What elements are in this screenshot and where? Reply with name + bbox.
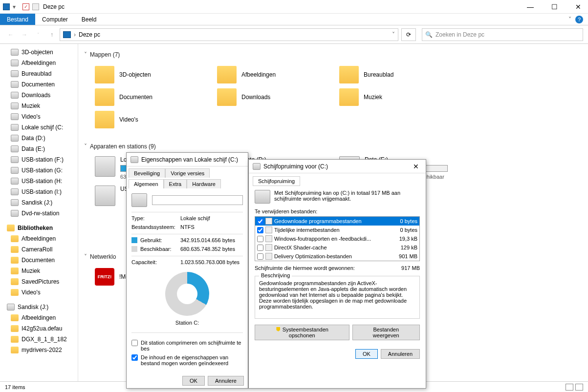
ok-button[interactable]: OK <box>182 376 205 386</box>
tree-item[interactable]: CameraRoll <box>0 244 78 255</box>
tree-item[interactable]: Muziek <box>0 266 78 276</box>
clean-system-button[interactable]: ⛊ Systeembestanden opschonen <box>255 325 349 340</box>
tree-item[interactable]: Afbeeldingen <box>0 233 78 244</box>
tree-item[interactable]: USB-station (G: <box>0 165 78 176</box>
item-icon <box>11 145 19 152</box>
tree-item[interactable]: Documenten <box>0 79 78 90</box>
tree-item[interactable]: I42g52ua.defau <box>0 323 78 334</box>
checkbox-icon[interactable]: ✓ <box>22 3 29 10</box>
folder-item[interactable]: Documenten <box>94 86 216 108</box>
forward-button[interactable]: → <box>19 29 30 41</box>
tree-item[interactable]: Downloads <box>0 90 78 101</box>
properties-dialog: Eigenschappen van Lokale schijf (C:) Bev… <box>126 152 248 389</box>
library-icon <box>7 225 15 231</box>
tree-item[interactable]: USB-station (F:) <box>0 154 78 165</box>
tab-cleanup[interactable]: Schijfopruiming <box>253 176 300 186</box>
qat-dropdown[interactable]: ▾ <box>13 3 20 10</box>
cancel-button[interactable]: Annulere <box>208 376 244 386</box>
item-icon <box>11 81 19 88</box>
view-details-icon[interactable] <box>566 384 573 391</box>
tab-security[interactable]: Beveiliging <box>129 168 165 178</box>
search-box[interactable]: 🔍 Zoeken in Deze pc <box>422 28 583 41</box>
nav-tree[interactable]: 3D-objectenAfbeeldingenBureaubladDocumen… <box>0 44 78 381</box>
up-button[interactable]: ↑ <box>46 29 58 41</box>
tree-sandisk[interactable]: Sandisk (J:) <box>0 302 78 312</box>
item-checkbox[interactable] <box>257 245 263 251</box>
properties-titlebar[interactable]: Eigenschappen van Lokale schijf (C:) <box>127 153 248 166</box>
tree-item[interactable]: Data (E:) <box>0 144 78 154</box>
address-bar[interactable]: › Deze pc ˅ <box>60 28 398 41</box>
folder-icon <box>95 111 114 128</box>
tree-item[interactable]: DGX_8_1_8_182 <box>0 334 78 345</box>
compress-checkbox[interactable] <box>131 340 138 346</box>
drive-icon <box>7 304 15 310</box>
tree-item[interactable]: Documenten <box>0 255 78 266</box>
index-checkbox[interactable] <box>131 354 138 361</box>
tab-extra[interactable]: Extra <box>164 179 187 188</box>
cleanup-list-item[interactable]: Tijdelijke internetbestanden0 bytes <box>255 226 419 234</box>
tab-prev-versions[interactable]: Vorige versies <box>165 168 210 178</box>
tree-libraries[interactable]: Bibliotheken <box>0 223 78 233</box>
folder-item[interactable]: Afbeeldingen <box>216 63 338 86</box>
tab-view[interactable]: Beeld <box>75 14 104 25</box>
cleanup-files-list[interactable]: Gedownloade programmabestanden0 bytesTij… <box>255 216 420 261</box>
tree-item[interactable]: Afbeeldingen <box>0 58 78 68</box>
folder-item[interactable]: Downloads <box>216 86 338 108</box>
group-folders-header[interactable]: ˅ Mappen (7) <box>84 49 582 61</box>
view-icons-icon[interactable] <box>575 384 583 391</box>
cleanup-list-item[interactable]: DirectX Shader-cache129 kB <box>255 243 419 252</box>
close-icon[interactable]: ✕ <box>410 163 422 170</box>
tree-item[interactable]: Sandisk (J:) <box>0 197 78 208</box>
maximize-button[interactable]: ☐ <box>547 3 562 11</box>
tree-item[interactable]: Bureaublad <box>0 68 78 79</box>
tree-item[interactable]: Muziek <box>0 101 78 111</box>
tab-hardware[interactable]: Hardware <box>187 179 221 188</box>
folder-item[interactable]: 3D-objecten <box>94 63 216 86</box>
cleanup-list-item[interactable]: Delivery Optimization-bestanden901 MB <box>255 252 419 261</box>
recent-dropdown[interactable]: ˅ <box>32 29 44 41</box>
item-checkbox[interactable] <box>257 236 263 242</box>
app-icon <box>3 3 10 10</box>
close-button[interactable]: ✕ <box>571 3 585 11</box>
item-icon <box>11 257 19 264</box>
item-checkbox[interactable] <box>257 253 263 260</box>
tree-item[interactable]: Afbeeldingen <box>0 312 78 323</box>
address-dropdown-icon[interactable]: ˅ <box>392 31 395 38</box>
free-color-icon <box>131 246 137 252</box>
tree-item[interactable]: SavedPictures <box>0 276 78 287</box>
back-button[interactable]: ← <box>5 29 17 41</box>
cleanup-titlebar[interactable]: Schijfopruiming voor (C:) ✕ <box>249 160 426 173</box>
tab-general[interactable]: Algemeen <box>129 179 164 188</box>
folder-item[interactable]: Muziek <box>338 86 460 108</box>
ok-button[interactable]: OK <box>355 349 378 359</box>
ribbon-expand-icon[interactable]: ˅ <box>568 16 571 23</box>
drive-icon <box>131 156 138 163</box>
search-icon: 🔍 <box>425 31 433 38</box>
tree-item[interactable]: USB-station (I:) <box>0 186 78 197</box>
tree-item[interactable]: Lokale schijf (C: <box>0 122 78 133</box>
cancel-button[interactable]: Annuleren <box>381 349 420 359</box>
properties-icon[interactable] <box>32 3 39 10</box>
minimize-button[interactable]: — <box>523 3 538 11</box>
tree-item[interactable]: USB-station (H: <box>0 176 78 186</box>
cleanup-list-item[interactable]: Gedownloade programmabestanden0 bytes <box>255 217 419 226</box>
item-icon <box>11 49 19 56</box>
drive-label-input[interactable] <box>152 195 243 205</box>
cleanup-list-item[interactable]: Windows-foutrapporten en -feedbackdi...1… <box>255 234 419 243</box>
tree-item[interactable]: Dvd-rw-station <box>0 208 78 219</box>
tree-item[interactable]: Video's <box>0 287 78 298</box>
item-checkbox[interactable] <box>257 227 263 233</box>
refresh-button[interactable]: ⟳ <box>401 28 416 41</box>
folder-item[interactable]: Video's <box>94 108 216 131</box>
folder-item[interactable]: Bureaublad <box>338 63 460 86</box>
group-drives-header[interactable]: ˅ Apparaten en stations (9) <box>84 141 582 152</box>
tree-item[interactable]: Video's <box>0 111 78 122</box>
tree-item[interactable]: Data (D:) <box>0 133 78 144</box>
item-checkbox[interactable] <box>257 218 263 225</box>
tree-item[interactable]: mydrivers-2022 <box>0 345 78 355</box>
view-files-button[interactable]: Bestanden weergeven <box>352 325 420 340</box>
tree-item[interactable]: 3D-objecten <box>0 47 78 58</box>
help-icon[interactable]: ? <box>575 16 583 23</box>
tab-computer[interactable]: Computer <box>35 14 75 25</box>
file-tab[interactable]: Bestand <box>0 14 35 25</box>
